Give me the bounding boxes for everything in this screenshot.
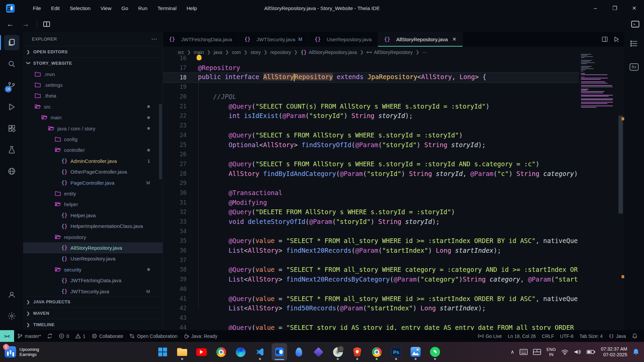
app-vscode[interactable] [252,343,268,361]
code-editor[interactable]: 1617@Repository18public interface AllSto… [163,53,612,330]
close-button[interactable]: ✕ [625,0,644,16]
app-figma-app[interactable] [311,343,326,361]
section-timeline[interactable]: ❯TIMELINE [23,319,163,330]
minimap[interactable] [579,53,617,90]
maximize-button[interactable]: ❐ [605,0,625,16]
tree-item-java-com-story[interactable]: java / com / story [23,123,163,134]
tree-item-admincontroller-java[interactable]: {}AdminController.java1 [23,156,163,166]
status-java-ready[interactable]: Java: Ready [180,330,220,342]
tree-item-helperimplementationclass-java[interactable]: {}HelperImplementationClass.java [23,221,163,231]
open-editors-section[interactable]: ❯ OPEN EDITORS [23,46,163,57]
tab-userrepository-java[interactable]: {}UserRepository.java [309,32,378,47]
status-crlf[interactable]: CRLF [539,334,557,339]
tab-jwtfetchingdata-java[interactable]: {}JWTFetchingData.java [163,32,238,47]
wifi-icon[interactable] [561,349,569,355]
toggle-panel-icon[interactable] [43,21,50,27]
close-icon[interactable]: ✕ [452,36,457,42]
tree-item-security[interactable]: security [23,264,163,275]
section-maven[interactable]: ❯MAVEN [23,307,163,319]
section-java-projects[interactable]: ❯JAVA PROJECTS [23,296,163,307]
quick-fix-lightbulb-icon[interactable] [197,55,202,60]
widgets-button[interactable]: 5 Upcoming Earnings [0,346,87,358]
app-file-explorer[interactable] [174,343,190,361]
settings-gear-icon[interactable] [0,305,23,327]
globe-icon[interactable] [0,161,23,182]
status-utf-8[interactable]: UTF-8 [557,334,577,339]
search-icon[interactable] [0,53,23,75]
tree-item-config[interactable]: config [23,134,163,144]
workspace-root-section[interactable]: ❯ STORY_WEBSITE [23,57,163,69]
tree-item-allstoryrepository-java[interactable]: {}AllStoryRepository.java [23,242,163,253]
app-theia[interactable] [272,343,287,361]
editor-scrollbar[interactable] [619,116,623,214]
hex-editor-icon[interactable]: 0x [624,55,644,79]
tree-item-main[interactable]: main [23,112,163,123]
app-edge[interactable] [233,343,248,361]
app-chrome[interactable] [213,343,229,361]
status-0[interactable]: 0 [56,330,72,342]
account-icon[interactable] [0,284,23,305]
tree-item-otherpagecontroller-java[interactable]: {}OtherPageController.java [23,167,163,177]
menu-terminal[interactable]: Terminal [154,3,181,13]
menu-selection[interactable]: Selection [66,3,95,13]
status-ln-18-col-26[interactable]: Ln 18, Col 26 [505,334,539,339]
outline-icon[interactable] [624,32,644,55]
app-windows-start[interactable] [155,343,170,361]
tab-jwtsecurity-java[interactable]: {}JWTSecurity.javaM [238,32,309,47]
menu-file[interactable]: File [29,3,45,13]
menu-run[interactable]: Run [134,3,152,13]
status-sync[interactable] [44,330,56,342]
extensions-icon[interactable] [0,118,23,139]
touch-keyboard-icon[interactable] [520,349,528,355]
menu-go[interactable]: Go [117,3,132,13]
status-java[interactable]: {}Java [606,334,629,339]
minimize-button[interactable]: – [586,0,605,16]
status-bell[interactable] [629,333,641,339]
test-flask-icon[interactable] [0,139,23,161]
status-collaborate[interactable]: Collaborate [89,330,126,342]
battery-icon[interactable] [587,350,595,354]
run-file-icon[interactable] [613,36,620,43]
tree-item-helper[interactable]: helper [23,199,163,210]
tree-item--theia[interactable]: .theia [23,90,163,101]
app-photoshop[interactable]: Ps [388,343,404,361]
clock[interactable]: 07:32:37 AM 07-02-2025 [601,346,627,358]
forward-button[interactable]: → [18,19,34,29]
tab-allstoryrepository-java[interactable]: {}AllStoryRepository.java✕ [378,32,463,47]
tray-chevron-icon[interactable]: ∧ [511,349,514,355]
app-brave[interactable] [350,343,365,361]
menu-help[interactable]: Help [182,3,201,13]
app-flame-app[interactable] [291,343,307,361]
tree-item-jwtsecurity-java[interactable]: {}JWTSecurity.javaM [23,286,163,297]
more-actions-icon[interactable]: ⋯ [151,36,157,43]
app-youtube[interactable] [194,343,209,361]
tree-item-repository[interactable]: repository [23,232,163,242]
remote-indicator[interactable]: >< [0,330,14,342]
tree-item-pagecontroller-java[interactable]: {}PageController.javaM [23,177,163,188]
sidebar-scrollbar[interactable] [159,104,162,179]
volume-icon[interactable] [574,349,581,355]
tree-item-src[interactable]: src [23,101,163,112]
tree-item-userrepository-java[interactable]: {}UserRepository.java [23,253,163,264]
back-button[interactable]: ← [3,19,18,29]
menu-view[interactable]: View [97,3,115,13]
source-control-icon[interactable]: 16 [0,75,23,96]
tree-item-helper-java[interactable]: {}Helper.java [23,210,163,221]
tree-item-entity[interactable]: entity [23,188,163,199]
status-tab-size-4[interactable]: Tab Size: 4 [577,334,606,339]
status-1[interactable]: 1 [72,330,89,342]
tree-item-controller[interactable]: controller [23,145,163,156]
app-chatgpt[interactable]: ✳ [330,343,345,361]
files-icon[interactable] [0,32,23,53]
status-master-[interactable]: master* [14,330,44,342]
tree-item--settings[interactable]: .settings [23,79,163,90]
language-indicator[interactable]: ENG IN [546,347,556,357]
status-go-live[interactable]: Go Live [475,333,505,339]
run-debug-icon[interactable] [0,96,23,118]
app-photos[interactable] [408,343,423,361]
app-chrome-profile[interactable] [369,343,384,361]
terminal-icon[interactable]: >_ [631,21,639,27]
tree-item--mvn[interactable]: .mvn [23,69,163,79]
app-whatsapp[interactable] [427,343,443,361]
virtual-desktop-icon[interactable] [533,349,541,355]
